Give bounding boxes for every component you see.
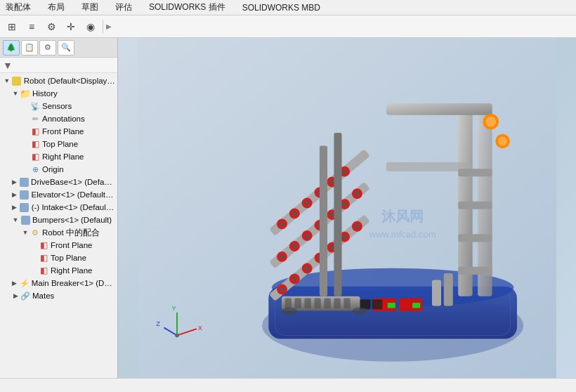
tab-config[interactable]: ⚙ [39,40,56,55]
svg-point-88 [175,334,179,338]
tree-right-plane-sub[interactable]: ◧ Right Plane [0,264,117,277]
plane-icon-4: ◧ [38,240,49,251]
plane-icon-3: ◧ [30,151,41,162]
front-plane-label-sub: Front Plane [51,241,92,249]
menu-assembly[interactable]: 装配体 [3,0,34,15]
tree-main-breaker[interactable]: ▶ ⚡ Main Breaker<1> (Default [0,277,117,289]
menu-eval[interactable]: 评估 [112,0,135,15]
folder-icon: 📁 [20,88,31,99]
expand-drivebase[interactable]: ▶ [10,178,18,186]
tree-drivebase[interactable]: ▶ DriveBase<1> (Default<Dis [0,176,117,188]
svg-rect-75 [372,299,382,309]
tree-annotations[interactable]: ✏ Annotations [0,112,117,125]
circle-button[interactable]: ◉ [81,18,100,35]
filter-row: ▼ [0,58,117,73]
status-bar [0,378,576,392]
tree-mates[interactable]: ▶ 🔗 Mates [0,289,117,302]
svg-point-77 [352,307,367,315]
intake-label: (-) Intake<1> (Default<Dis [32,203,116,211]
root-label: Robot (Default<Display State [24,77,116,85]
expand-right-plane-1 [21,152,30,161]
main-breaker-label: Main Breaker<1> (Default [32,279,116,287]
panel-tabs: 🌲 📋 ⚙ 🔍 [0,38,117,58]
list-button[interactable]: ≡ [22,18,41,35]
expand-history[interactable]: ▼ [11,89,20,98]
tree-front-plane-sub[interactable]: ◧ Front Plane [0,239,117,251]
tree-front-plane-1[interactable]: ◧ Front Plane [0,125,117,138]
tree-top-plane-sub[interactable]: ◧ Top Plane [0,251,117,264]
tag-button[interactable]: ⚙ [42,18,60,35]
menu-sw-mbd[interactable]: SOLIDWORKS MBD [240,1,323,14]
tree-root[interactable]: ▼ Robot (Default<Display State [0,74,117,87]
svg-text:Z: Z [156,320,160,327]
tree-robot-mates[interactable]: ▼ ⚙ Robot 中的配合 [0,226,117,239]
expand-bumpers[interactable]: ▼ [11,216,20,224]
toolbar-arrow[interactable]: ▶ [106,18,114,35]
expand-root[interactable]: ▼ [3,77,11,85]
part-icon-4 [20,214,31,226]
tree-history[interactable]: ▼ 📁 History [0,87,117,100]
svg-point-59 [485,117,496,127]
svg-rect-11 [458,234,492,242]
toolbar: ⊞ ≡ ⚙ ✛ ◉ ▶ [0,15,576,38]
top-plane-label-1: Top Plane [42,140,78,148]
bumpers-label: Bumpers<1> (Default) [32,216,112,224]
tree-right-plane-1[interactable]: ◧ Right Plane [0,150,117,163]
tab-tree[interactable]: 🌲 [3,40,20,55]
svg-rect-72 [388,303,395,308]
expand-robot-mates[interactable]: ▼ [21,228,30,237]
expand-origin [21,165,30,174]
svg-rect-79 [444,273,453,306]
tree-area[interactable]: ▼ Robot (Default<Display State ▼ 📁 Histo… [0,73,117,378]
filter-icon[interactable]: ▼ [3,60,13,71]
svg-rect-68 [334,298,340,308]
svg-rect-66 [314,298,320,308]
svg-rect-10 [458,202,492,209]
tab-properties[interactable]: 📋 [21,40,38,55]
svg-rect-9 [458,169,492,176]
svg-rect-65 [305,298,311,308]
svg-rect-69 [343,298,350,308]
pin-button[interactable]: ✛ [62,18,80,35]
history-label: History [32,89,58,98]
svg-text:www.mfcad.com: www.mfcad.com [369,229,436,240]
svg-rect-12 [458,267,492,275]
svg-rect-64 [295,298,301,308]
tab-search[interactable]: 🔍 [58,40,74,55]
expand-annotations[interactable] [21,115,30,123]
expand-sensors[interactable] [21,102,30,110]
right-plane-label-sub: Right Plane [51,266,92,275]
expand-main-breaker[interactable]: ▶ [11,279,19,287]
part-icon-3 [19,202,30,213]
expand-front-plane-1 [21,127,30,136]
tree-sensors[interactable]: 📡 Sensors [0,100,117,112]
plane-icon-6: ◧ [38,265,49,276]
viewport[interactable]: 沐风网 www.mfcad.com X Y Z [118,38,576,378]
tree-bumpers[interactable]: ▼ Bumpers<1> (Default) [0,214,117,226]
tree-origin[interactable]: ⊕ Origin [0,163,117,176]
expand-right-plane-sub [30,266,38,275]
mates-label: Mates [32,292,54,300]
svg-rect-57 [334,133,341,296]
expand-elevator[interactable]: ▶ [10,190,18,199]
tree-top-plane-1[interactable]: ◧ Top Plane [0,138,117,150]
tree-intake[interactable]: ▶ (-) Intake<1> (Default<Dis [0,201,117,214]
plane-icon-2: ◧ [30,138,41,150]
svg-rect-7 [386,103,492,115]
part-icon-1 [18,176,30,188]
tree-elevator[interactable]: ▶ Elevator<1> (Default<Disp [0,188,117,201]
left-panel: 🌲 📋 ⚙ 🔍 ▼ ▼ Robot (Default<Display State [0,38,118,378]
svg-rect-63 [285,298,292,308]
svg-text:Y: Y [172,305,176,312]
menu-sketch[interactable]: 草图 [79,0,101,15]
top-plane-label-sub: Top Plane [51,254,86,262]
menu-sw-plugin[interactable]: SOLIDWORKS 插件 [146,0,228,15]
expand-top-plane-sub [30,254,38,262]
menu-layout[interactable]: 布局 [45,0,67,15]
expand-mates[interactable]: ▶ [11,292,20,300]
svg-rect-78 [432,280,441,306]
svg-text:X: X [198,325,202,332]
expand-intake[interactable]: ▶ [11,203,19,211]
annotation-icon: ✏ [30,113,41,124]
grid-button[interactable]: ⊞ [3,18,21,35]
